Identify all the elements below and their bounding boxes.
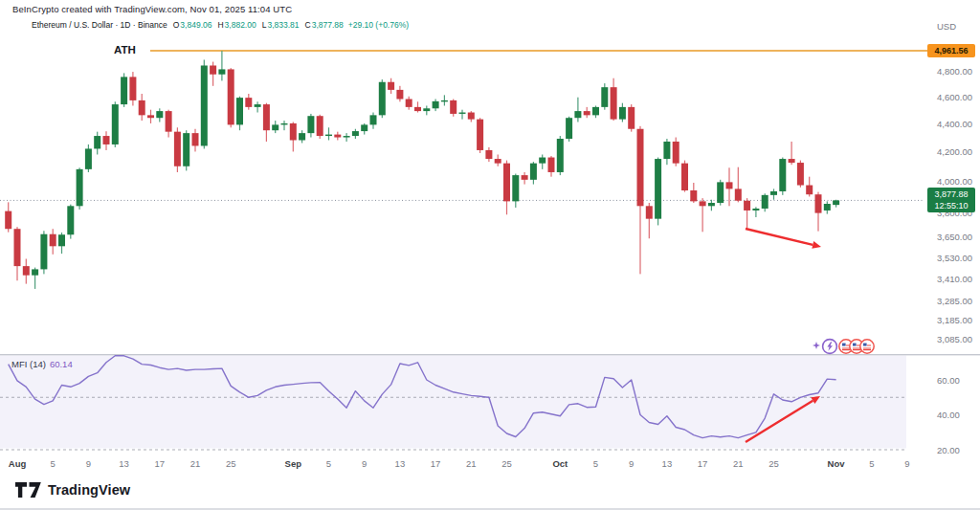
- candle: [512, 174, 519, 208]
- time-tick: 13: [662, 458, 673, 469]
- candle: [779, 158, 786, 195]
- candle: [530, 162, 537, 184]
- candle: [166, 110, 172, 138]
- last-price-badge: 3,877.88 12:55:10: [927, 188, 975, 212]
- tradingview-logo[interactable]: TradingView: [15, 482, 130, 498]
- candle: [121, 73, 127, 106]
- price-axis-currency: USD: [937, 21, 956, 32]
- candle: [744, 198, 750, 229]
- candle: [210, 62, 216, 86]
- time-tick: 21: [733, 458, 744, 469]
- price-tick: 4,600.00: [937, 92, 972, 102]
- ohlc-key: C: [305, 20, 311, 30]
- candle: [601, 83, 608, 110]
- candle: [450, 100, 457, 117]
- trend-arrow-head: [812, 241, 821, 249]
- candle: [468, 111, 475, 122]
- lightning-circle-icon[interactable]: [821, 338, 838, 355]
- price-tick: 4,400.00: [937, 119, 972, 129]
- candle: [539, 154, 546, 168]
- sparkle-icon: [813, 342, 820, 351]
- time-tick: 5: [51, 458, 56, 469]
- candle: [139, 94, 145, 121]
- mfi-axis-tick: 40.00: [937, 410, 960, 420]
- time-tick: 25: [768, 458, 779, 469]
- chart-reactions[interactable]: [813, 338, 875, 355]
- candle: [681, 161, 688, 192]
- bar-countdown: 12:55:10: [927, 200, 975, 211]
- mfi-axis-tick: 20.00: [937, 445, 960, 455]
- price-tick: 4,000.00: [937, 176, 972, 187]
- candle: [574, 98, 581, 122]
- candle: [735, 167, 742, 203]
- candle: [522, 172, 528, 185]
- candle: [673, 138, 679, 166]
- chart-canvas[interactable]: [0, 0, 980, 510]
- candle: [406, 97, 412, 110]
- ohlc-key: H: [217, 20, 223, 30]
- tradingview-logo-icon: [15, 482, 41, 498]
- candle: [370, 113, 377, 129]
- candle: [566, 117, 572, 142]
- symbol-info-row[interactable]: Ethereum / U.S. Dollar · 1D · BinanceO3,…: [32, 20, 409, 30]
- time-tick: 13: [395, 458, 406, 469]
- candle: [85, 144, 92, 172]
- candle: [423, 105, 430, 115]
- candle: [717, 180, 724, 206]
- price-tick: 3,650.00: [937, 232, 972, 242]
- candle: [129, 72, 136, 105]
- candle: [94, 132, 100, 155]
- candle: [201, 59, 208, 148]
- candle: [23, 259, 30, 284]
- candle: [708, 200, 715, 211]
- time-tick: 9: [904, 458, 909, 469]
- candle: [619, 103, 626, 122]
- candle: [433, 100, 439, 112]
- candle: [361, 123, 368, 135]
- time-tick-month: Sep: [285, 458, 301, 469]
- candle: [40, 231, 47, 274]
- candle: [58, 233, 65, 254]
- mfi-name: MFI (14): [11, 359, 46, 369]
- candle: [325, 127, 332, 140]
- candle: [806, 177, 813, 197]
- time-tick-month: Nov: [828, 458, 845, 469]
- candle: [815, 192, 822, 232]
- candle: [183, 130, 189, 170]
- time-tick: 17: [155, 458, 166, 469]
- symbol-title: Ethereum / U.S. Dollar · 1D · Binance: [32, 20, 167, 30]
- time-tick-month: Oct: [552, 458, 568, 469]
- candle: [228, 68, 234, 127]
- candle: [67, 205, 74, 239]
- candle: [174, 127, 181, 172]
- candle: [299, 130, 305, 143]
- candle: [32, 268, 38, 289]
- mfi-indicator-label[interactable]: MFI (14)60.14: [11, 359, 73, 369]
- time-tick: 21: [190, 458, 201, 469]
- candle: [5, 202, 11, 232]
- candle: [156, 108, 163, 122]
- price-tick: 4,800.00: [937, 66, 972, 77]
- ohlc-value: 3,849.06: [180, 20, 212, 30]
- price-tick: 3,285.00: [937, 296, 972, 306]
- candle: [290, 122, 297, 152]
- price-tick: 3,530.00: [937, 253, 972, 263]
- trend-arrow[interactable]: [746, 229, 813, 245]
- candle: [655, 158, 661, 226]
- time-tick: 5: [593, 458, 598, 469]
- time-tick: 9: [86, 458, 91, 469]
- candle: [263, 103, 270, 142]
- flag-reactions[interactable]: [843, 339, 875, 354]
- candle: [112, 101, 119, 147]
- time-tick: 25: [501, 458, 512, 469]
- candle: [477, 118, 483, 153]
- price-tick: 3,085.00: [937, 334, 972, 344]
- candle: [379, 79, 386, 118]
- candle: [218, 51, 225, 80]
- candle: [637, 126, 644, 275]
- last-price-value: 3,877.88: [927, 188, 975, 200]
- candle: [557, 136, 564, 175]
- time-tick: 25: [226, 458, 236, 469]
- candle: [414, 101, 421, 112]
- candle: [192, 129, 199, 152]
